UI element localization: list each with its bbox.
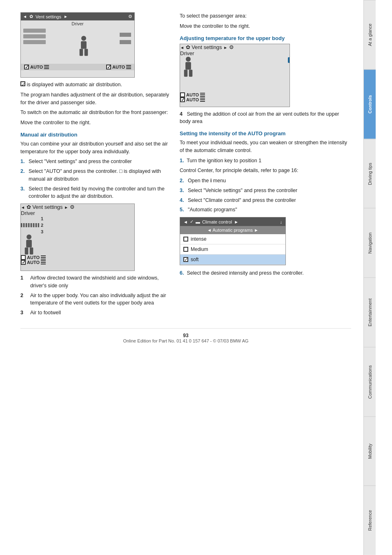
- small-bar1: [120, 33, 131, 37]
- settings-icon3: ⚙: [229, 44, 234, 50]
- vent-diagram-top: ◄ ✿ Vent settings ► ⚙ Driver: [20, 12, 135, 78]
- step-1: 1. Select "Vent settings" and press the …: [20, 158, 172, 166]
- auto-label-right-r: AUTO: [186, 97, 199, 102]
- page-footer: 93 Online Edition for Part No. 01 41 0 1…: [20, 328, 351, 347]
- auto-label-right-n: AUTO: [27, 260, 40, 265]
- cc-option-soft[interactable]: soft: [180, 255, 285, 265]
- label-3: 3: [41, 229, 43, 234]
- item-4-num: 4: [180, 111, 185, 117]
- right-small: [120, 29, 132, 62]
- settings-icon2: ⚙: [70, 204, 75, 210]
- cc-sub-header: ◄ Automatic programs ►: [180, 226, 285, 234]
- two-column-layout: ◄ ✿ Vent settings ► ⚙ Driver: [20, 12, 351, 320]
- i-step-text-2: Open the i menu: [188, 177, 226, 185]
- lines-icon-right-n: [41, 260, 46, 264]
- arrow-right-icon: ►: [64, 14, 68, 19]
- auto-label-left: AUTO: [30, 65, 43, 69]
- auto-btn-right-r: AUTO: [180, 97, 290, 102]
- auto-btn-left-r: AUTO: [180, 92, 290, 97]
- diagram-body-right: 4: [180, 56, 290, 92]
- item-num-1: 1: [20, 274, 30, 290]
- driver-label-numbered: Driver: [21, 210, 134, 216]
- item-num-2: 2: [20, 292, 30, 307]
- person-area: [48, 29, 120, 62]
- item-text-3: Air to footwell: [30, 309, 61, 317]
- arrow-right-icon2: ►: [64, 205, 68, 210]
- sidebar-tab-communications[interactable]: Communications: [364, 347, 376, 416]
- svg-point-4: [27, 235, 31, 239]
- settings-icon: ⚙: [128, 14, 132, 19]
- i-step-text-5: "Automatic programs": [188, 206, 237, 214]
- sidebar-tab-entertainment[interactable]: Entertainment: [364, 278, 376, 347]
- bar-row-3: 3: [21, 229, 134, 234]
- intensity-step-2: 2. Open the i menu: [180, 177, 351, 185]
- para3: Move the controller to the right.: [20, 119, 172, 127]
- item-2: 2 Air to the upper body. You can also in…: [20, 292, 172, 307]
- item-4-text: 4 Setting the addition of cool air from …: [180, 110, 351, 126]
- person-svg-numbered: [21, 234, 37, 259]
- intensity-steps-list: 2. Open the i menu 3. Select "Vehicle se…: [180, 177, 351, 214]
- i-step-num-5: 5.: [180, 206, 188, 214]
- intensity-step-3: 3. Select "Vehicle settings" and press t…: [180, 187, 351, 195]
- check-icon-cc: ✓: [190, 219, 194, 224]
- i-step-text-3: Select "Vehicle settings" and press the …: [188, 187, 297, 195]
- para1: The program handles adjustment of the ai…: [20, 91, 172, 107]
- auto-label-left-r: AUTO: [186, 92, 199, 97]
- cc-header-icon: ▬: [196, 219, 200, 224]
- label-4: 4: [288, 57, 290, 63]
- label-1: 1: [41, 216, 43, 221]
- person-area-numbered: [21, 234, 134, 260]
- vent-numbered-title-bar: ◄ ✿ Vent settings ► ⚙: [21, 204, 134, 210]
- svg-rect-3: [85, 49, 88, 56]
- i-step-num-6: 6.: [180, 270, 184, 276]
- step-num-3: 3.: [20, 185, 29, 201]
- cc-option-intense[interactable]: intense: [180, 234, 285, 244]
- bar2: [23, 34, 46, 38]
- sidebar-tab-navigation[interactable]: Navigation: [364, 208, 376, 278]
- bar-row-2: 2: [21, 223, 134, 228]
- step-text-1: Select "Vent settings" and press the con…: [29, 158, 132, 166]
- sidebar-tab-controls[interactable]: Controls: [364, 69, 376, 139]
- cc-header-left: ◄ ✓ ▬ Climate control ►: [183, 219, 238, 224]
- lines-icon-right-r: [200, 98, 205, 102]
- sidebar-tab-reference[interactable]: Reference: [364, 486, 376, 555]
- diagram-body-numbered: 1 2 3: [21, 216, 134, 255]
- svg-point-0: [81, 36, 86, 41]
- bar-row-1: 1: [21, 216, 134, 221]
- intensity-para1: To meet your individual needs, you can w…: [180, 139, 351, 154]
- svg-point-8: [186, 56, 191, 61]
- cc-checkbox-intense: [183, 237, 188, 242]
- sidebar-tab-mobility[interactable]: Mobility: [364, 416, 376, 486]
- vent-right-title-bar: ◄ ✿ Vent settings ► ⚙: [180, 44, 290, 50]
- snowflake-icon3: ✿: [186, 44, 190, 50]
- person-area-right: 4: [180, 56, 290, 82]
- cc-sub-label: Automatic programs: [212, 228, 252, 233]
- lines-icon-right: [126, 65, 131, 69]
- sidebar-tab-at-a-glance[interactable]: At a glance: [364, 0, 376, 69]
- arrow-left-icon3: ◄: [180, 45, 184, 50]
- item-text-1: Airflow directed toward the windshield a…: [30, 274, 172, 290]
- cc-header: ◄ ✓ ▬ Climate control ► ↓: [180, 217, 285, 226]
- auto-btn-left: AUTO: [24, 65, 49, 69]
- manual-para1: You can combine your air distribution yo…: [20, 140, 172, 156]
- cc-option-medium[interactable]: Medium: [180, 244, 285, 255]
- bar-n2: [21, 223, 39, 227]
- sidebar-tab-driving-tips[interactable]: Driving tips: [364, 139, 376, 208]
- driver-label: Driver: [21, 20, 134, 27]
- arrow-left-icon2: ◄: [21, 205, 25, 210]
- vent-diagram-numbered: ◄ ✿ Vent settings ► ⚙ Driver 1: [20, 204, 135, 271]
- passenger-para2: Move the controller to the right.: [180, 22, 351, 30]
- bar-n1: [21, 217, 39, 221]
- intensity-step-6: 6. Select the desired intensity and pres…: [180, 269, 351, 277]
- intensity-heading: Setting the intensity of the AUTO progra…: [180, 130, 351, 137]
- main-content: ◄ ✿ Vent settings ► ⚙ Driver: [0, 0, 363, 555]
- intro-para: is displayed with automatic air distribu…: [20, 81, 172, 89]
- bottom-bar-right: AUTO AUTO: [180, 92, 290, 102]
- i-step-num-3: 3.: [180, 187, 188, 195]
- para2: To switch on the automatic air distribut…: [20, 109, 172, 116]
- cc-header-label: Climate control: [202, 219, 232, 224]
- arrow-right-cc: ►: [234, 219, 238, 224]
- driver-label-right: Driver: [180, 50, 290, 56]
- arrow-right-icon3: ►: [223, 45, 227, 50]
- passenger-para: To select the passenger area:: [180, 12, 351, 20]
